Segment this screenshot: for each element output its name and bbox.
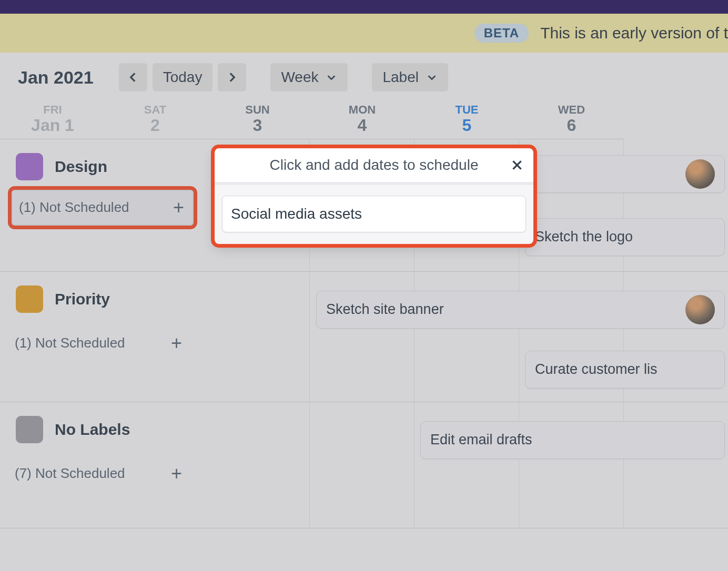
card-title: Edit email drafts xyxy=(430,432,532,448)
not-scheduled-row[interactable]: (7) Not Scheduled+ xyxy=(12,457,193,491)
day-of-week: SUN xyxy=(205,103,310,117)
day-of-week: TUE xyxy=(414,103,519,117)
chevron-left-icon xyxy=(126,70,140,84)
view-dropdown-label: Week xyxy=(281,69,318,86)
not-scheduled-label: (1) Not Scheduled xyxy=(19,199,129,216)
swimlane-label: Priority(1) Not Scheduled+ xyxy=(0,272,205,402)
popover-body: Social media assets xyxy=(215,185,533,244)
plus-icon[interactable]: + xyxy=(173,198,184,217)
day-of-week: WED xyxy=(519,103,624,117)
unscheduled-popover: Click and add dates to schedule Social m… xyxy=(215,148,533,244)
chevron-down-icon xyxy=(426,72,438,83)
day-of-week: FRI xyxy=(0,103,105,117)
not-scheduled-label: (1) Not Scheduled xyxy=(15,335,125,351)
timeline-card[interactable] xyxy=(525,155,725,193)
today-button[interactable]: Today xyxy=(153,63,213,91)
not-scheduled-row[interactable]: (1) Not Scheduled+ xyxy=(12,190,194,226)
lane-name: Priority xyxy=(55,290,110,308)
chevron-right-icon xyxy=(225,70,239,84)
card-title: Curate customer lis xyxy=(535,361,658,378)
toolbar: Jan 2021 Today Week Label xyxy=(0,53,728,101)
label-color-swatch xyxy=(16,153,43,180)
day-number: 6 xyxy=(519,117,624,135)
lane-name: Design xyxy=(55,158,107,176)
lane-label-column: Design(1) Not Scheduled+Priority(1) Not … xyxy=(0,139,205,528)
day-header: TUE5 xyxy=(414,101,519,139)
swimlane-label: Design(1) Not Scheduled+ xyxy=(0,139,205,272)
label-color-swatch xyxy=(16,286,43,313)
day-header: SUN3 xyxy=(205,101,310,139)
lane-name: No Labels xyxy=(55,421,130,439)
prev-button[interactable] xyxy=(119,63,147,91)
avatar xyxy=(685,159,715,189)
group-dropdown[interactable]: Label xyxy=(372,63,448,91)
unscheduled-card[interactable]: Social media assets xyxy=(222,196,526,232)
day-header: MON4 xyxy=(310,101,414,139)
chevron-down-icon xyxy=(326,72,337,83)
group-dropdown-label: Label xyxy=(382,69,419,86)
timeline-card[interactable]: Sketch the logo xyxy=(525,218,725,256)
popover-title: Click and add dates to schedule xyxy=(270,157,479,174)
banner-text: This is an early version of t xyxy=(540,24,728,42)
timeline-card[interactable]: Edit email drafts xyxy=(420,421,725,459)
swimlane-label: No Labels(7) Not Scheduled+ xyxy=(0,402,205,528)
day-number: 4 xyxy=(310,117,414,135)
popover-header: Click and add dates to schedule xyxy=(215,148,533,185)
day-of-week: MON xyxy=(310,103,414,117)
timeline-card[interactable]: Curate customer lis xyxy=(525,351,725,389)
day-number: 5 xyxy=(414,117,519,135)
next-button[interactable] xyxy=(218,63,246,91)
plus-icon[interactable]: + xyxy=(171,334,182,353)
not-scheduled-label: (7) Not Scheduled xyxy=(15,465,125,482)
month-title: Jan 2021 xyxy=(18,67,94,88)
day-header: WED6 xyxy=(519,101,624,139)
swimlane-track[interactable]: Sketch site bannerCurate customer lis xyxy=(205,272,728,402)
not-scheduled-row[interactable]: (1) Not Scheduled+ xyxy=(12,327,193,360)
beta-badge: BETA xyxy=(474,24,529,43)
plus-icon[interactable]: + xyxy=(171,464,182,483)
day-header-row: FRIJan 1SAT2SUN3MON4TUE5WED6 xyxy=(0,101,728,139)
day-number: 2 xyxy=(105,117,205,135)
avatar xyxy=(685,295,715,324)
label-color-swatch xyxy=(16,416,43,443)
day-of-week: SAT xyxy=(105,103,205,117)
beta-banner: BETA This is an early version of t xyxy=(0,14,728,53)
swimlane-track[interactable]: Edit email drafts xyxy=(205,402,728,528)
card-title: Sketch site banner xyxy=(326,301,444,318)
window-top-strip xyxy=(0,0,728,14)
day-header: SAT2 xyxy=(105,101,205,139)
view-dropdown[interactable]: Week xyxy=(270,63,348,91)
day-header: FRIJan 1 xyxy=(0,101,105,139)
close-icon[interactable] xyxy=(510,158,524,176)
day-number: Jan 1 xyxy=(0,117,105,135)
card-title: Sketch the logo xyxy=(535,229,633,245)
day-number: 3 xyxy=(205,117,310,135)
timeline-card[interactable]: Sketch site banner xyxy=(316,291,725,329)
